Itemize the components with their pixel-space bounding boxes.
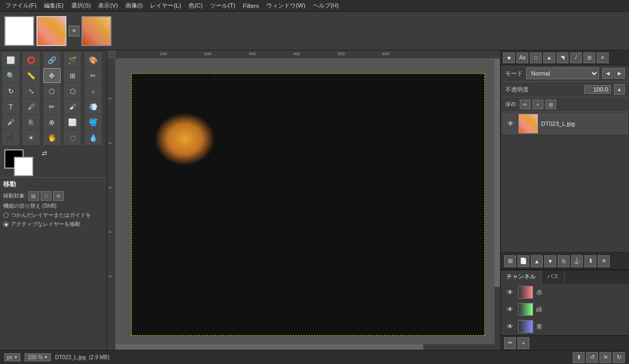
tab-paths[interactable]: パス: [542, 270, 565, 284]
preserve-color[interactable]: +: [533, 100, 543, 109]
tool-rotate[interactable]: ↻: [2, 84, 19, 98]
panel-icon-6[interactable]: /: [570, 52, 582, 63]
panel-icon-5[interactable]: ◥: [557, 52, 568, 63]
tool-text[interactable]: T: [2, 99, 19, 114]
tool-blur[interactable]: ◌: [64, 130, 81, 145]
move-path-icon[interactable]: ⊘: [53, 191, 64, 201]
channel-green[interactable]: 👁 緑: [501, 301, 629, 318]
cp-btn-2[interactable]: +: [518, 337, 529, 349]
image-thumb-1[interactable]: [4, 16, 34, 46]
layer-merge[interactable]: ⬇: [585, 255, 596, 267]
channel-blue-eye[interactable]: 👁: [505, 322, 515, 331]
tool-heal[interactable]: ⊕: [43, 115, 61, 130]
menu-tools[interactable]: ツール(T): [207, 1, 238, 11]
panel-icon-3[interactable]: □: [530, 52, 542, 63]
layer-up[interactable]: ▲: [531, 255, 543, 267]
menu-image[interactable]: 画像(I): [122, 1, 146, 11]
menu-color[interactable]: 色(C): [185, 1, 206, 11]
tool-scale[interactable]: ⤡: [23, 84, 40, 98]
scrollbar-horizontal[interactable]: [116, 344, 500, 350]
radio-grab[interactable]: [3, 213, 9, 218]
image-thumb-3[interactable]: [81, 16, 111, 46]
bottom-close[interactable]: ✕: [600, 352, 611, 363]
tool-clone[interactable]: ⎘: [23, 115, 40, 130]
tool-pencil[interactable]: ✏: [43, 99, 61, 114]
channel-red-eye[interactable]: 👁: [505, 287, 515, 297]
panel-icon-2[interactable]: Aa: [516, 52, 528, 63]
tool-fuzzy-select[interactable]: 🪄: [64, 52, 81, 67]
layer-duplicate[interactable]: ⎘: [558, 255, 570, 267]
tool-rect-select[interactable]: ⬜: [2, 52, 19, 67]
tool-bucket[interactable]: 🪣: [85, 115, 102, 130]
ruler-vtick-200: 2: [108, 142, 113, 144]
tool-align[interactable]: ⊞: [64, 68, 81, 83]
layer-delete[interactable]: ✕: [598, 255, 610, 267]
background-color[interactable]: [14, 157, 33, 176]
bottom-undo[interactable]: ↺: [586, 352, 598, 363]
menu-file[interactable]: ファイル(F): [2, 1, 40, 11]
bottom-redo[interactable]: ↻: [613, 352, 625, 363]
radio-active[interactable]: [3, 222, 9, 227]
tool-airbrush[interactable]: 💨: [85, 99, 102, 114]
tool-eraser[interactable]: ⬜: [64, 115, 81, 130]
tool-ink[interactable]: 🖋: [2, 115, 19, 130]
opacity-up[interactable]: ▲: [614, 84, 625, 95]
image-thumb-close-2[interactable]: ✕: [69, 26, 79, 36]
layer-new[interactable]: 📄: [518, 255, 529, 267]
tool-measure[interactable]: 📏: [23, 68, 40, 83]
move-selection-icon[interactable]: □: [41, 191, 51, 201]
layer-anchor[interactable]: ⚓: [571, 255, 583, 267]
menu-window[interactable]: ウィンドウ(W): [263, 1, 309, 11]
mode-select[interactable]: Normal Dissolve Multiply Screen Overlay: [526, 67, 599, 79]
panel-icon-4[interactable]: ▲: [543, 52, 555, 63]
mode-next[interactable]: ▶: [614, 68, 625, 79]
layer-visibility-0[interactable]: 👁: [506, 119, 515, 128]
tool-move[interactable]: ✥: [43, 68, 61, 83]
tab-channels[interactable]: チャンネル: [501, 270, 542, 284]
tool-smudge[interactable]: 🖐: [43, 130, 61, 145]
channel-red[interactable]: 👁 赤: [501, 284, 629, 301]
toolbox: ⬜ ⭕ 🔗 🪄 🎨 🔍 📏 ✥ ⊞ ✂ ↻ ⤡ ⬠ ⬡ ⬦ T 🖊 ✏ 🖌 💨 …: [0, 50, 107, 350]
tool-color-picker[interactable]: 💧: [85, 130, 102, 145]
mode-prev[interactable]: ◀: [602, 68, 613, 79]
menu-help[interactable]: ヘルプ(H): [310, 1, 342, 11]
preserve-transparency[interactable]: ✏: [520, 100, 530, 109]
tool-dodge[interactable]: ☀: [23, 130, 40, 145]
image-thumb-2[interactable]: [36, 16, 66, 46]
tool-by-color[interactable]: 🎨: [85, 52, 102, 67]
preserve-alpha[interactable]: ⊞: [545, 100, 556, 109]
layer-down[interactable]: ▼: [544, 255, 556, 267]
channel-blue[interactable]: 👁 青: [501, 318, 629, 335]
scrollbar-vertical[interactable]: [494, 59, 500, 344]
menu-edit[interactable]: 編集(E): [41, 1, 67, 11]
tool-flip[interactable]: ⬦: [85, 84, 102, 98]
status-unit-selector[interactable]: px ▼: [4, 353, 20, 361]
canvas-content[interactable]: [116, 59, 500, 350]
tool-blend[interactable]: ⬛: [2, 130, 19, 145]
tool-lasso[interactable]: 🔗: [43, 52, 61, 67]
tool-path[interactable]: 🖊: [23, 99, 40, 114]
move-layer-icon[interactable]: ▤: [28, 191, 39, 201]
zoom-display[interactable]: 100 % ▼: [25, 353, 50, 361]
cp-btn-1[interactable]: ✏: [504, 337, 516, 349]
opacity-value[interactable]: 100.0: [584, 85, 611, 94]
panel-icon-1[interactable]: ■: [503, 52, 515, 63]
tool-shear[interactable]: ⬠: [43, 84, 61, 98]
tool-paint[interactable]: 🖌: [64, 99, 81, 114]
channel-green-eye[interactable]: 👁: [505, 305, 515, 314]
ruler-tick-600: 600: [382, 51, 389, 56]
layer-item-0[interactable]: 👁 DT023_L.jpg: [501, 112, 629, 135]
menu-view[interactable]: 表示(V): [95, 1, 121, 11]
swap-colors[interactable]: ⇄: [42, 149, 47, 157]
panel-icon-8[interactable]: ≡: [597, 52, 609, 63]
panel-icon-7[interactable]: ⊞: [583, 52, 595, 63]
menu-filters[interactable]: Filters: [239, 2, 262, 10]
bottom-export[interactable]: ⬆: [573, 352, 585, 363]
tool-ellipse-select[interactable]: ⭕: [23, 52, 40, 67]
tool-perspective[interactable]: ⬡: [64, 84, 81, 98]
layer-new-group[interactable]: ⊞: [504, 255, 516, 267]
menu-layer[interactable]: レイヤー(L): [147, 1, 184, 11]
tool-zoom[interactable]: 🔍: [2, 68, 19, 83]
menu-select[interactable]: 選択(S): [68, 1, 94, 11]
tool-crop[interactable]: ✂: [85, 68, 102, 83]
